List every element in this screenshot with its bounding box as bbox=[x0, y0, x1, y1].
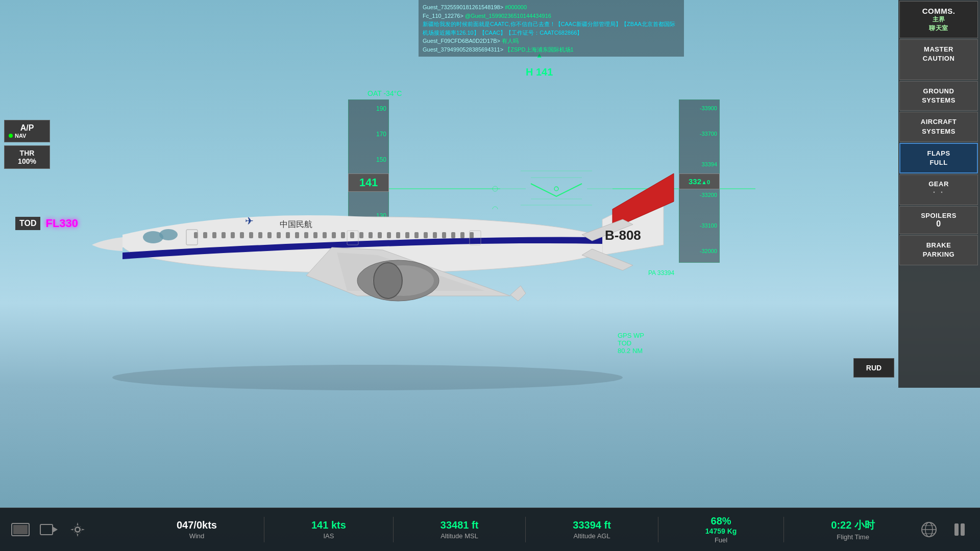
fuel-stat: 68% 14759 Kg Fuel bbox=[705, 515, 737, 544]
svg-rect-26 bbox=[295, 232, 299, 238]
svg-rect-27 bbox=[304, 232, 308, 238]
flaps-button[interactable]: FLAPS FULL bbox=[899, 143, 978, 173]
svg-rect-41 bbox=[433, 232, 437, 238]
pause-button[interactable] bbox=[949, 522, 970, 537]
video-icon[interactable] bbox=[39, 522, 59, 537]
svg-rect-65 bbox=[40, 524, 53, 535]
throttle-button[interactable]: THR 100% bbox=[4, 145, 50, 169]
autopilot-button[interactable]: A/P NAV bbox=[4, 120, 50, 142]
alt-msl-stat: 33481 ft Altitude MSL bbox=[440, 519, 479, 540]
svg-rect-24 bbox=[277, 232, 281, 238]
wind-stat: 047/0kts Wind bbox=[177, 519, 217, 540]
ias-stat: 141 kts IAS bbox=[311, 519, 346, 540]
svg-rect-38 bbox=[405, 232, 409, 238]
aircraft-systems-label: AIRCRAFT SYSTEMS bbox=[903, 117, 974, 136]
brake-parking-button[interactable]: BRAKE PARKING bbox=[899, 235, 978, 265]
svg-rect-29 bbox=[323, 232, 327, 238]
divider-5 bbox=[783, 517, 784, 542]
svg-rect-32 bbox=[350, 232, 354, 238]
aircraft-systems-button[interactable]: AIRCRAFT SYSTEMS bbox=[899, 112, 978, 141]
svg-rect-25 bbox=[286, 232, 290, 238]
thr-value: 100% bbox=[9, 157, 45, 165]
bottom-bar: 047/0kts Wind 141 kts IAS 33481 ft Altit… bbox=[0, 508, 980, 551]
screenshot-icon[interactable] bbox=[10, 522, 31, 537]
gear-indicator: · · bbox=[903, 188, 974, 197]
svg-rect-36 bbox=[387, 232, 391, 238]
spoilers-label: SPOILERS bbox=[903, 212, 974, 219]
svg-rect-23 bbox=[267, 232, 272, 238]
alt-agl-label: Altitude AGL bbox=[573, 532, 611, 540]
flight-time-value: 0:22 小时 bbox=[831, 518, 875, 532]
svg-rect-37 bbox=[396, 232, 400, 238]
globe-icon[interactable] bbox=[919, 522, 939, 537]
svg-rect-22 bbox=[258, 232, 262, 238]
svg-rect-44 bbox=[460, 232, 464, 238]
gear-button[interactable]: GEAR · · bbox=[899, 174, 978, 205]
alt-agl-value: 33394 ft bbox=[573, 519, 611, 531]
right-panel: COMMS. 主界 聊天室 MASTER CAUTION GROUND SYST… bbox=[898, 0, 980, 388]
svg-point-54 bbox=[159, 229, 178, 240]
brake-parking-label: BRAKE PARKING bbox=[903, 241, 974, 259]
svg-rect-76 bbox=[961, 523, 965, 536]
comms-button[interactable]: COMMS. 主界 聊天室 bbox=[899, 1, 978, 38]
svg-rect-28 bbox=[313, 232, 317, 238]
svg-rect-43 bbox=[451, 232, 455, 238]
svg-rect-30 bbox=[332, 232, 336, 238]
svg-rect-42 bbox=[442, 232, 446, 238]
svg-rect-35 bbox=[378, 232, 382, 238]
svg-marker-61 bbox=[510, 286, 526, 301]
svg-rect-40 bbox=[424, 232, 428, 238]
ias-label: IAS bbox=[311, 532, 346, 540]
wind-value: 047/0kts bbox=[177, 519, 217, 531]
flaps-label: FLAPS FULL bbox=[903, 149, 974, 167]
bottom-icons bbox=[10, 522, 153, 537]
ground-systems-label: GROUND SYSTEMS bbox=[903, 87, 974, 105]
flight-time-label: Flight Time bbox=[831, 533, 875, 541]
divider-3 bbox=[525, 517, 526, 542]
alt-msl-value: 33481 ft bbox=[440, 519, 479, 531]
gear-label: GEAR bbox=[903, 180, 974, 188]
tod-label-area: TOD FL330 bbox=[15, 217, 78, 230]
chat-line-4: Guest_F09CFD6BA0D2D17B> 有人吗 bbox=[423, 37, 680, 45]
svg-rect-45 bbox=[470, 232, 474, 238]
chat-line-5: Guest_3794990528385694311> 【ZSPD上海浦东国际机场… bbox=[423, 45, 680, 54]
fl-value: FL330 bbox=[45, 217, 78, 230]
ias-value: 141 kts bbox=[311, 519, 346, 531]
tod-box: TOD bbox=[15, 217, 40, 230]
wind-label: Wind bbox=[177, 532, 217, 540]
divider-4 bbox=[658, 517, 658, 542]
chat-line-2: Fc_110_12276> @Guest_1599023651014443491… bbox=[423, 12, 680, 20]
svg-rect-20 bbox=[240, 232, 244, 238]
master-caution-button[interactable]: MASTER CAUTION bbox=[899, 39, 978, 80]
rud-button[interactable]: RUD bbox=[853, 358, 894, 378]
divider-1 bbox=[264, 517, 264, 542]
spoilers-button[interactable]: SPOILERS 0 bbox=[899, 206, 978, 234]
svg-rect-64 bbox=[13, 525, 28, 534]
svg-rect-21 bbox=[249, 232, 253, 238]
aircraft-display: 中国民航 ✈ B-808 bbox=[51, 102, 689, 398]
ap-label: A/P bbox=[9, 123, 45, 133]
svg-rect-17 bbox=[212, 232, 216, 238]
svg-rect-39 bbox=[414, 232, 419, 238]
left-panel: A/P NAV THR 100% bbox=[4, 120, 50, 169]
alt-msl-label: Altitude MSL bbox=[440, 532, 479, 540]
svg-rect-75 bbox=[954, 523, 959, 536]
aircraft-svg: 中国民航 ✈ B-808 bbox=[51, 102, 689, 398]
svg-text:B-808: B-808 bbox=[605, 228, 641, 243]
ground-systems-button[interactable]: GROUND SYSTEMS bbox=[899, 81, 978, 111]
comms-sub1: 主界 bbox=[903, 15, 974, 24]
nav-label: NAV bbox=[9, 133, 45, 139]
master-caution-label: MASTER CAUTION bbox=[903, 45, 974, 63]
comms-label: COMMS. bbox=[903, 7, 974, 15]
fuel-label: Fuel bbox=[705, 536, 737, 544]
svg-point-68 bbox=[76, 528, 80, 532]
chat-line-3: 新疆给我发的时候前面就是CAATC,你不信自己去查！【CAAC新疆分部管理局】【… bbox=[423, 20, 680, 37]
thr-label: THR bbox=[9, 149, 45, 157]
svg-rect-19 bbox=[231, 232, 235, 238]
settings-icon[interactable] bbox=[67, 522, 88, 537]
chat-line-1: Guest_7325590181261548198> #000000 bbox=[423, 3, 680, 12]
svg-rect-18 bbox=[222, 232, 226, 238]
svg-rect-16 bbox=[203, 232, 207, 238]
svg-text:✈: ✈ bbox=[245, 215, 254, 227]
nav-dot bbox=[9, 134, 13, 138]
